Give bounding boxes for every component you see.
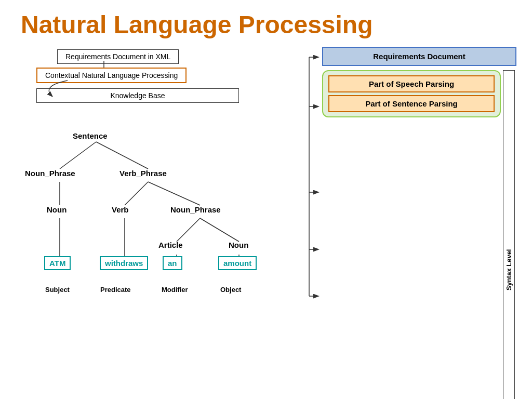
noun-phrase-node: Noun_Phrase xyxy=(25,169,75,178)
flow-arrows xyxy=(296,47,322,399)
left-panel: Requirements Document in XML Contextual … xyxy=(16,44,291,399)
modifier-label: Modifier xyxy=(162,286,188,294)
tree-diagram: Sentence Noun_Phrase Verb_Phrase Noun Ve… xyxy=(16,127,291,330)
syntax-label: Syntax Level xyxy=(503,70,515,399)
knowledge-base-left: Knowledge Base xyxy=(36,88,239,103)
svg-line-2 xyxy=(96,142,148,169)
subject-label: Subject xyxy=(45,286,70,294)
svg-line-4 xyxy=(125,182,148,205)
withdraws-node: withdraws xyxy=(100,256,148,270)
article-node: Article xyxy=(158,241,183,249)
pos-parsing-box: Part of Speech Parsing xyxy=(328,75,495,92)
right-panel: Requirements Document Part of Speech Par… xyxy=(296,44,516,399)
syntax-level-row: Part of Speech Parsing Part of Sentence … xyxy=(322,70,516,399)
object-label: Object xyxy=(220,286,241,294)
atm-node: ATM xyxy=(44,256,71,270)
page-title: Natural Language Processing xyxy=(0,0,532,44)
an-node: an xyxy=(163,256,182,270)
svg-line-9 xyxy=(200,218,239,242)
svg-line-8 xyxy=(177,218,200,242)
flow-boxes: Requirements Document in XML Contextual … xyxy=(26,49,291,117)
noun-phrase2-node: Noun_Phrase xyxy=(170,205,221,214)
sentence-node: Sentence xyxy=(73,131,108,140)
noun2-node: Noun xyxy=(229,241,248,249)
pos-sentence-box: Part of Sentence Parsing xyxy=(328,95,495,112)
verb-node: Verb xyxy=(112,205,129,214)
predicate-label: Predicate xyxy=(100,286,131,294)
noun1-node: Noun xyxy=(47,205,66,214)
svg-line-5 xyxy=(148,182,200,205)
cnlp-box: Contextual Natural Language Processing xyxy=(36,68,187,83)
syntax-group: Part of Speech Parsing Part of Sentence … xyxy=(322,70,501,117)
right-content: Requirements Document Part of Speech Par… xyxy=(322,47,516,399)
amount-node: amount xyxy=(218,256,257,270)
req-doc-box: Requirements Document xyxy=(322,47,516,66)
verb-phrase-node: Verb_Phrase xyxy=(119,169,167,178)
svg-line-1 xyxy=(60,142,96,169)
xml-box: Requirements Document in XML xyxy=(57,49,179,64)
